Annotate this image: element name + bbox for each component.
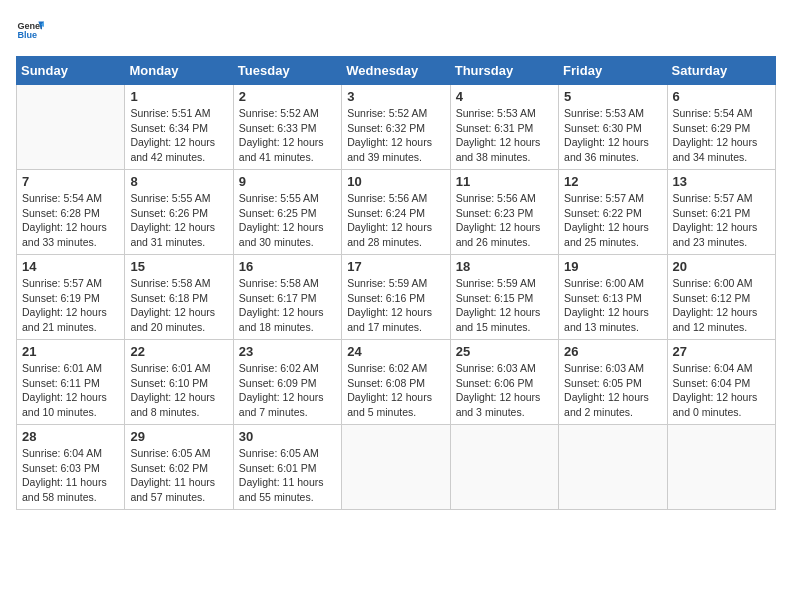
day-number: 16 xyxy=(239,259,336,274)
day-info: Sunrise: 6:05 AMSunset: 6:01 PMDaylight:… xyxy=(239,446,336,505)
day-info: Sunrise: 6:01 AMSunset: 6:11 PMDaylight:… xyxy=(22,361,119,420)
calendar-cell: 26Sunrise: 6:03 AMSunset: 6:05 PMDayligh… xyxy=(559,340,667,425)
calendar-cell: 17Sunrise: 5:59 AMSunset: 6:16 PMDayligh… xyxy=(342,255,450,340)
day-info: Sunrise: 5:56 AMSunset: 6:24 PMDaylight:… xyxy=(347,191,444,250)
weekday-header: Wednesday xyxy=(342,57,450,85)
day-number: 13 xyxy=(673,174,770,189)
calendar-cell xyxy=(667,425,775,510)
day-info: Sunrise: 6:02 AMSunset: 6:09 PMDaylight:… xyxy=(239,361,336,420)
day-number: 25 xyxy=(456,344,553,359)
calendar-week-row: 14Sunrise: 5:57 AMSunset: 6:19 PMDayligh… xyxy=(17,255,776,340)
day-number: 11 xyxy=(456,174,553,189)
day-number: 14 xyxy=(22,259,119,274)
day-info: Sunrise: 5:52 AMSunset: 6:32 PMDaylight:… xyxy=(347,106,444,165)
day-info: Sunrise: 5:55 AMSunset: 6:26 PMDaylight:… xyxy=(130,191,227,250)
day-info: Sunrise: 5:59 AMSunset: 6:15 PMDaylight:… xyxy=(456,276,553,335)
calendar-week-row: 21Sunrise: 6:01 AMSunset: 6:11 PMDayligh… xyxy=(17,340,776,425)
day-info: Sunrise: 5:54 AMSunset: 6:28 PMDaylight:… xyxy=(22,191,119,250)
calendar-cell: 14Sunrise: 5:57 AMSunset: 6:19 PMDayligh… xyxy=(17,255,125,340)
weekday-header: Sunday xyxy=(17,57,125,85)
day-number: 17 xyxy=(347,259,444,274)
calendar-cell: 12Sunrise: 5:57 AMSunset: 6:22 PMDayligh… xyxy=(559,170,667,255)
logo-icon: General Blue xyxy=(16,16,44,44)
day-info: Sunrise: 5:57 AMSunset: 6:19 PMDaylight:… xyxy=(22,276,119,335)
calendar-cell: 30Sunrise: 6:05 AMSunset: 6:01 PMDayligh… xyxy=(233,425,341,510)
calendar-cell: 10Sunrise: 5:56 AMSunset: 6:24 PMDayligh… xyxy=(342,170,450,255)
calendar-cell: 2Sunrise: 5:52 AMSunset: 6:33 PMDaylight… xyxy=(233,85,341,170)
calendar-cell xyxy=(450,425,558,510)
day-number: 18 xyxy=(456,259,553,274)
day-number: 9 xyxy=(239,174,336,189)
day-number: 1 xyxy=(130,89,227,104)
weekday-header: Thursday xyxy=(450,57,558,85)
calendar-cell: 19Sunrise: 6:00 AMSunset: 6:13 PMDayligh… xyxy=(559,255,667,340)
calendar-cell: 3Sunrise: 5:52 AMSunset: 6:32 PMDaylight… xyxy=(342,85,450,170)
calendar-header: SundayMondayTuesdayWednesdayThursdayFrid… xyxy=(17,57,776,85)
day-info: Sunrise: 5:58 AMSunset: 6:17 PMDaylight:… xyxy=(239,276,336,335)
calendar-cell xyxy=(17,85,125,170)
calendar-cell: 1Sunrise: 5:51 AMSunset: 6:34 PMDaylight… xyxy=(125,85,233,170)
calendar-body: 1Sunrise: 5:51 AMSunset: 6:34 PMDaylight… xyxy=(17,85,776,510)
calendar-cell: 16Sunrise: 5:58 AMSunset: 6:17 PMDayligh… xyxy=(233,255,341,340)
day-number: 2 xyxy=(239,89,336,104)
calendar-cell: 29Sunrise: 6:05 AMSunset: 6:02 PMDayligh… xyxy=(125,425,233,510)
calendar-cell: 8Sunrise: 5:55 AMSunset: 6:26 PMDaylight… xyxy=(125,170,233,255)
day-info: Sunrise: 5:51 AMSunset: 6:34 PMDaylight:… xyxy=(130,106,227,165)
day-info: Sunrise: 5:55 AMSunset: 6:25 PMDaylight:… xyxy=(239,191,336,250)
calendar-cell: 18Sunrise: 5:59 AMSunset: 6:15 PMDayligh… xyxy=(450,255,558,340)
day-number: 4 xyxy=(456,89,553,104)
calendar-cell: 27Sunrise: 6:04 AMSunset: 6:04 PMDayligh… xyxy=(667,340,775,425)
day-number: 6 xyxy=(673,89,770,104)
calendar-cell: 15Sunrise: 5:58 AMSunset: 6:18 PMDayligh… xyxy=(125,255,233,340)
calendar-cell: 22Sunrise: 6:01 AMSunset: 6:10 PMDayligh… xyxy=(125,340,233,425)
day-number: 8 xyxy=(130,174,227,189)
calendar-week-row: 1Sunrise: 5:51 AMSunset: 6:34 PMDaylight… xyxy=(17,85,776,170)
day-number: 28 xyxy=(22,429,119,444)
calendar-week-row: 7Sunrise: 5:54 AMSunset: 6:28 PMDaylight… xyxy=(17,170,776,255)
calendar-cell: 9Sunrise: 5:55 AMSunset: 6:25 PMDaylight… xyxy=(233,170,341,255)
day-info: Sunrise: 5:53 AMSunset: 6:30 PMDaylight:… xyxy=(564,106,661,165)
calendar-cell: 25Sunrise: 6:03 AMSunset: 6:06 PMDayligh… xyxy=(450,340,558,425)
calendar-cell xyxy=(559,425,667,510)
day-info: Sunrise: 6:04 AMSunset: 6:03 PMDaylight:… xyxy=(22,446,119,505)
calendar-cell: 5Sunrise: 5:53 AMSunset: 6:30 PMDaylight… xyxy=(559,85,667,170)
day-number: 5 xyxy=(564,89,661,104)
day-info: Sunrise: 6:00 AMSunset: 6:13 PMDaylight:… xyxy=(564,276,661,335)
weekday-header: Monday xyxy=(125,57,233,85)
calendar-week-row: 28Sunrise: 6:04 AMSunset: 6:03 PMDayligh… xyxy=(17,425,776,510)
calendar-cell: 28Sunrise: 6:04 AMSunset: 6:03 PMDayligh… xyxy=(17,425,125,510)
day-info: Sunrise: 5:58 AMSunset: 6:18 PMDaylight:… xyxy=(130,276,227,335)
day-info: Sunrise: 5:52 AMSunset: 6:33 PMDaylight:… xyxy=(239,106,336,165)
calendar-cell: 20Sunrise: 6:00 AMSunset: 6:12 PMDayligh… xyxy=(667,255,775,340)
calendar-cell: 13Sunrise: 5:57 AMSunset: 6:21 PMDayligh… xyxy=(667,170,775,255)
day-number: 23 xyxy=(239,344,336,359)
day-number: 12 xyxy=(564,174,661,189)
calendar-table: SundayMondayTuesdayWednesdayThursdayFrid… xyxy=(16,56,776,510)
calendar-cell: 6Sunrise: 5:54 AMSunset: 6:29 PMDaylight… xyxy=(667,85,775,170)
day-number: 24 xyxy=(347,344,444,359)
calendar-cell xyxy=(342,425,450,510)
day-number: 15 xyxy=(130,259,227,274)
day-number: 27 xyxy=(673,344,770,359)
day-number: 7 xyxy=(22,174,119,189)
day-number: 30 xyxy=(239,429,336,444)
day-number: 19 xyxy=(564,259,661,274)
day-number: 3 xyxy=(347,89,444,104)
svg-text:Blue: Blue xyxy=(17,30,37,40)
day-info: Sunrise: 6:05 AMSunset: 6:02 PMDaylight:… xyxy=(130,446,227,505)
calendar-cell: 21Sunrise: 6:01 AMSunset: 6:11 PMDayligh… xyxy=(17,340,125,425)
day-info: Sunrise: 6:04 AMSunset: 6:04 PMDaylight:… xyxy=(673,361,770,420)
page-header: General Blue xyxy=(16,16,776,44)
day-number: 10 xyxy=(347,174,444,189)
day-info: Sunrise: 5:54 AMSunset: 6:29 PMDaylight:… xyxy=(673,106,770,165)
day-info: Sunrise: 6:01 AMSunset: 6:10 PMDaylight:… xyxy=(130,361,227,420)
day-info: Sunrise: 5:59 AMSunset: 6:16 PMDaylight:… xyxy=(347,276,444,335)
weekday-header: Saturday xyxy=(667,57,775,85)
day-number: 20 xyxy=(673,259,770,274)
calendar-cell: 11Sunrise: 5:56 AMSunset: 6:23 PMDayligh… xyxy=(450,170,558,255)
calendar-cell: 23Sunrise: 6:02 AMSunset: 6:09 PMDayligh… xyxy=(233,340,341,425)
calendar-cell: 7Sunrise: 5:54 AMSunset: 6:28 PMDaylight… xyxy=(17,170,125,255)
day-number: 21 xyxy=(22,344,119,359)
day-info: Sunrise: 5:56 AMSunset: 6:23 PMDaylight:… xyxy=(456,191,553,250)
day-number: 26 xyxy=(564,344,661,359)
